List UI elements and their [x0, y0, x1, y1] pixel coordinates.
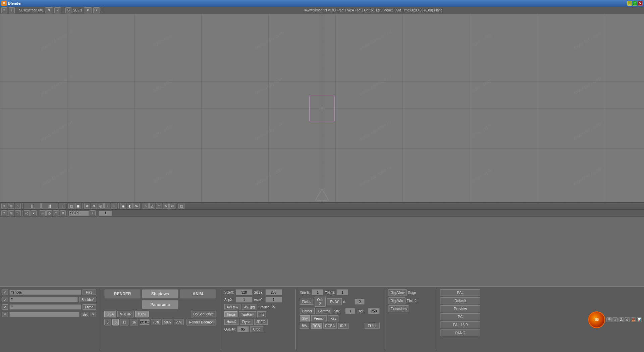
full-btn[interactable]: FULL: [365, 323, 380, 329]
tool1[interactable]: ⊕: [84, 203, 90, 209]
shadows-button[interactable]: Shadows: [142, 289, 178, 299]
obj-icon[interactable]: ◻: [68, 203, 74, 209]
rgba-btn[interactable]: RGBA: [323, 323, 337, 329]
view-mode-icon[interactable]: ≡: [1, 203, 7, 209]
osa-16[interactable]: 16: [130, 319, 138, 325]
scene-dropdown[interactable]: ▼: [84, 7, 92, 13]
odd-x-btn[interactable]: Odd X: [315, 297, 326, 307]
do-seq-button[interactable]: Do Sequence: [191, 311, 216, 317]
tray-icon3[interactable]: 🖧: [619, 317, 624, 322]
view3[interactable]: |: [59, 203, 65, 209]
hamx-btn[interactable]: HamX: [224, 319, 238, 325]
tl-btn1[interactable]: ◁: [24, 210, 30, 216]
ftype-button[interactable]: Ftype: [83, 304, 96, 310]
mesh-icon[interactable]: ◼: [75, 203, 81, 209]
mblur-button[interactable]: MBLUR: [117, 311, 134, 317]
tl-btn6[interactable]: ⊕: [60, 210, 66, 216]
path-extra[interactable]: ▼: [2, 312, 8, 317]
info-icon[interactable]: i: [9, 7, 15, 13]
tray-icon4[interactable]: ⚙: [625, 317, 630, 322]
frame-input[interactable]: [99, 211, 112, 216]
backbuf-button[interactable]: Backbuf: [79, 297, 96, 302]
aspy-input[interactable]: [265, 297, 282, 303]
iriz-btn[interactable]: IRIZ: [338, 323, 348, 329]
pct25-btn[interactable]: 25%: [174, 319, 184, 325]
tl-btn3[interactable]: ○: [40, 210, 46, 216]
pct100-button[interactable]: 100%: [135, 311, 149, 317]
tray-icon2[interactable]: ♫: [612, 317, 618, 322]
rt-input[interactable]: [355, 299, 365, 305]
timeline-grid[interactable]: ⊞: [8, 210, 14, 216]
tray-icon6[interactable]: 📊: [637, 317, 642, 322]
targa-btn[interactable]: Targa: [224, 311, 237, 317]
scene-close[interactable]: ×: [93, 7, 100, 13]
sky-btn[interactable]: Sky: [300, 315, 310, 321]
key-btn[interactable]: Key: [328, 315, 338, 321]
ftype-btn2[interactable]: Ftype: [240, 319, 253, 325]
aspx-input[interactable]: [236, 297, 253, 303]
mode5[interactable]: ⊙: [169, 203, 175, 209]
tl-btn4[interactable]: ◇: [46, 210, 52, 216]
screen-dropdown[interactable]: ▼: [45, 7, 53, 13]
pano-btn[interactable]: PANO: [440, 329, 480, 336]
tool4[interactable]: +: [104, 203, 110, 209]
tool2[interactable]: ⊗: [91, 203, 97, 209]
jpeg-btn[interactable]: JPEG: [254, 319, 268, 325]
mode2[interactable]: △: [149, 203, 155, 209]
scene-input[interactable]: [69, 211, 89, 216]
render-button[interactable]: RENDER: [104, 289, 141, 299]
crop-button[interactable]: Crop: [250, 326, 264, 332]
render-prev[interactable]: ◐: [127, 203, 133, 209]
minimize-button[interactable]: _: [627, 1, 632, 6]
path-toggle2[interactable]: ✓: [2, 297, 8, 302]
preview-btn[interactable]: Preview: [440, 305, 480, 312]
grid-toggle[interactable]: ⊞: [8, 203, 14, 209]
render-path2-input[interactable]: [9, 297, 78, 302]
extensions-btn[interactable]: Extensions: [388, 305, 409, 312]
end-input[interactable]: [368, 308, 380, 314]
path-toggle3[interactable]: ✓: [2, 304, 8, 310]
play-button[interactable]: PLAY: [327, 298, 342, 305]
render-path-input[interactable]: [9, 290, 81, 295]
maximize-button[interactable]: □: [633, 1, 637, 6]
osa-11[interactable]: 11: [120, 319, 128, 325]
menu-icon[interactable]: ≡: [1, 7, 7, 13]
tray-icon1[interactable]: 中: [606, 317, 612, 322]
pc-btn[interactable]: PC: [440, 313, 480, 320]
tl-btn5[interactable]: □: [53, 210, 59, 216]
avi-raw-btn[interactable]: AVI raw: [224, 304, 240, 310]
pct75-btn[interactable]: 75%: [151, 319, 161, 325]
render-daemon-btn[interactable]: Render Daemon: [186, 319, 216, 325]
view1[interactable]: |||: [24, 203, 41, 209]
xparts-input[interactable]: [312, 289, 323, 295]
view2[interactable]: |||: [41, 203, 58, 209]
panorama-button[interactable]: Panorama: [142, 300, 179, 309]
viewport[interactable]: www.blender.nl 3doc.com www.hdri.com www…: [0, 14, 644, 202]
rgb-btn[interactable]: RGB: [311, 323, 322, 329]
mode4[interactable]: ✎: [163, 203, 169, 209]
fields-btn[interactable]: Fields: [300, 299, 314, 305]
path-close[interactable]: ✕: [91, 312, 96, 317]
avi-jpg-btn[interactable]: AVI jpg: [242, 304, 257, 310]
sizey-input[interactable]: [265, 289, 282, 295]
dispwin-btn[interactable]: DispWin: [388, 297, 405, 304]
premul-btn[interactable]: Premul: [311, 315, 327, 321]
mode3[interactable]: □: [156, 203, 162, 209]
render-path3-input[interactable]: [9, 304, 81, 310]
iris-btn[interactable]: Iris: [257, 311, 266, 317]
home-view[interactable]: ⌂: [15, 203, 21, 209]
path-toggle1[interactable]: ✓: [2, 290, 8, 295]
tl-btn2[interactable]: ●: [31, 210, 37, 216]
tgaraw-btn[interactable]: TgaRaw: [239, 311, 256, 317]
default-btn[interactable]: Default: [440, 297, 480, 304]
close-button[interactable]: ✕: [638, 1, 643, 6]
pics-button[interactable]: Pics: [83, 290, 96, 295]
osa-8[interactable]: 8: [112, 319, 119, 325]
tool3[interactable]: ◎: [98, 203, 104, 209]
osa-5[interactable]: 5: [104, 319, 111, 325]
camera-btn[interactable]: ≫: [133, 203, 140, 209]
screen-close[interactable]: ×: [54, 7, 61, 13]
tool5[interactable]: +: [111, 203, 117, 209]
sizex-input[interactable]: [236, 289, 253, 295]
scene-icon[interactable]: S: [65, 7, 71, 13]
